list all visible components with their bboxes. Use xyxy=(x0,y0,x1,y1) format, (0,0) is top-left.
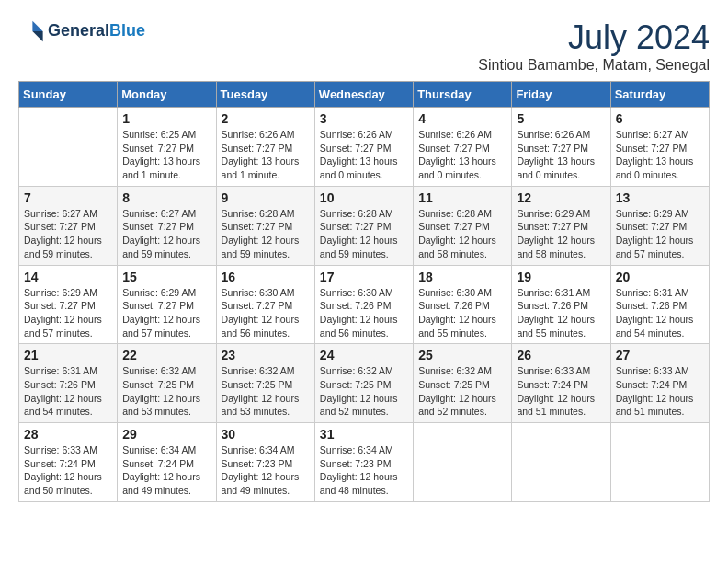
day-info: Sunrise: 6:25 AMSunset: 7:27 PMDaylight:… xyxy=(122,128,210,182)
calendar-cell: 27Sunrise: 6:33 AMSunset: 7:24 PMDayligh… xyxy=(610,344,709,423)
day-number: 18 xyxy=(418,270,506,284)
page-header: GeneralBlue July 2024 Sintiou Bamambe, M… xyxy=(18,18,710,74)
calendar-cell xyxy=(414,423,512,502)
calendar-week-3: 14Sunrise: 6:29 AMSunset: 7:27 PMDayligh… xyxy=(19,265,710,344)
day-number: 17 xyxy=(320,270,408,284)
calendar-cell: 8Sunrise: 6:27 AMSunset: 7:27 PMDaylight… xyxy=(118,186,216,265)
calendar-cell: 13Sunrise: 6:29 AMSunset: 7:27 PMDayligh… xyxy=(610,186,709,265)
calendar-cell: 2Sunrise: 6:26 AMSunset: 7:27 PMDaylight… xyxy=(216,108,314,187)
day-info: Sunrise: 6:33 AMSunset: 7:24 PMDaylight:… xyxy=(616,364,704,419)
calendar-cell: 7Sunrise: 6:27 AMSunset: 7:27 PMDaylight… xyxy=(19,186,118,265)
day-info: Sunrise: 6:31 AMSunset: 7:26 PMDaylight:… xyxy=(517,286,605,340)
calendar-cell: 25Sunrise: 6:32 AMSunset: 7:25 PMDayligh… xyxy=(414,344,512,423)
calendar-cell: 15Sunrise: 6:29 AMSunset: 7:27 PMDayligh… xyxy=(118,265,216,344)
calendar-week-2: 7Sunrise: 6:27 AMSunset: 7:27 PMDaylight… xyxy=(19,186,710,265)
calendar-cell: 22Sunrise: 6:32 AMSunset: 7:25 PMDayligh… xyxy=(118,344,216,423)
day-number: 13 xyxy=(616,190,704,205)
day-number: 25 xyxy=(418,348,506,362)
day-number: 1 xyxy=(122,111,210,126)
calendar-cell: 30Sunrise: 6:34 AMSunset: 7:23 PMDayligh… xyxy=(216,423,314,502)
calendar-header-row: SundayMondayTuesdayWednesdayThursdayFrid… xyxy=(19,82,710,108)
calendar-cell: 17Sunrise: 6:30 AMSunset: 7:26 PMDayligh… xyxy=(314,265,413,344)
day-number: 29 xyxy=(122,427,210,442)
svg-marker-0 xyxy=(32,21,42,31)
day-number: 12 xyxy=(517,190,605,205)
calendar-week-1: 1Sunrise: 6:25 AMSunset: 7:27 PMDaylight… xyxy=(19,108,710,187)
day-info: Sunrise: 6:34 AMSunset: 7:23 PMDaylight:… xyxy=(320,443,408,498)
calendar-cell: 5Sunrise: 6:26 AMSunset: 7:27 PMDaylight… xyxy=(512,108,610,187)
calendar-cell: 6Sunrise: 6:27 AMSunset: 7:27 PMDaylight… xyxy=(610,108,709,187)
day-number: 2 xyxy=(222,111,310,126)
day-number: 22 xyxy=(122,348,210,362)
day-number: 10 xyxy=(320,190,408,205)
day-info: Sunrise: 6:29 AMSunset: 7:27 PMDaylight:… xyxy=(517,207,605,261)
day-info: Sunrise: 6:26 AMSunset: 7:27 PMDaylight:… xyxy=(418,128,506,182)
day-number: 5 xyxy=(517,111,605,126)
calendar-cell: 10Sunrise: 6:28 AMSunset: 7:27 PMDayligh… xyxy=(314,186,413,265)
day-info: Sunrise: 6:29 AMSunset: 7:27 PMDaylight:… xyxy=(24,286,112,340)
calendar-cell: 23Sunrise: 6:32 AMSunset: 7:25 PMDayligh… xyxy=(216,344,314,423)
logo-icon xyxy=(18,18,44,44)
header-thursday: Thursday xyxy=(414,82,512,108)
day-info: Sunrise: 6:26 AMSunset: 7:27 PMDaylight:… xyxy=(320,128,408,182)
calendar-cell: 29Sunrise: 6:34 AMSunset: 7:24 PMDayligh… xyxy=(118,423,216,502)
header-sunday: Sunday xyxy=(19,82,118,108)
day-number: 31 xyxy=(320,427,408,442)
calendar-cell xyxy=(610,423,709,502)
day-number: 28 xyxy=(24,427,112,442)
day-info: Sunrise: 6:26 AMSunset: 7:27 PMDaylight:… xyxy=(517,128,605,182)
day-number: 30 xyxy=(222,427,310,442)
day-number: 8 xyxy=(122,190,210,205)
day-info: Sunrise: 6:33 AMSunset: 7:24 PMDaylight:… xyxy=(24,443,112,498)
day-info: Sunrise: 6:30 AMSunset: 7:26 PMDaylight:… xyxy=(418,286,506,340)
calendar-cell: 21Sunrise: 6:31 AMSunset: 7:26 PMDayligh… xyxy=(19,344,118,423)
calendar-cell xyxy=(19,108,118,187)
day-number: 23 xyxy=(222,348,310,362)
day-info: Sunrise: 6:27 AMSunset: 7:27 PMDaylight:… xyxy=(616,128,704,182)
day-number: 4 xyxy=(418,111,506,126)
day-number: 16 xyxy=(222,270,310,284)
calendar-cell: 14Sunrise: 6:29 AMSunset: 7:27 PMDayligh… xyxy=(19,265,118,344)
day-info: Sunrise: 6:30 AMSunset: 7:26 PMDaylight:… xyxy=(320,286,408,340)
day-number: 21 xyxy=(24,348,112,362)
calendar-cell: 4Sunrise: 6:26 AMSunset: 7:27 PMDaylight… xyxy=(414,108,512,187)
day-number: 6 xyxy=(616,111,704,126)
calendar-cell: 9Sunrise: 6:28 AMSunset: 7:27 PMDaylight… xyxy=(216,186,314,265)
calendar-week-5: 28Sunrise: 6:33 AMSunset: 7:24 PMDayligh… xyxy=(19,423,710,502)
day-info: Sunrise: 6:32 AMSunset: 7:25 PMDaylight:… xyxy=(320,364,408,419)
calendar-cell: 1Sunrise: 6:25 AMSunset: 7:27 PMDaylight… xyxy=(118,108,216,187)
svg-marker-1 xyxy=(32,31,42,41)
day-info: Sunrise: 6:31 AMSunset: 7:26 PMDaylight:… xyxy=(24,364,112,419)
day-info: Sunrise: 6:26 AMSunset: 7:27 PMDaylight:… xyxy=(222,128,310,182)
day-number: 7 xyxy=(24,190,112,205)
day-number: 26 xyxy=(517,348,605,362)
day-info: Sunrise: 6:27 AMSunset: 7:27 PMDaylight:… xyxy=(24,207,112,261)
day-number: 24 xyxy=(320,348,408,362)
day-info: Sunrise: 6:28 AMSunset: 7:27 PMDaylight:… xyxy=(320,207,408,261)
calendar-cell: 31Sunrise: 6:34 AMSunset: 7:23 PMDayligh… xyxy=(314,423,413,502)
calendar-cell: 26Sunrise: 6:33 AMSunset: 7:24 PMDayligh… xyxy=(512,344,610,423)
day-info: Sunrise: 6:33 AMSunset: 7:24 PMDaylight:… xyxy=(517,364,605,419)
calendar-cell: 12Sunrise: 6:29 AMSunset: 7:27 PMDayligh… xyxy=(512,186,610,265)
header-saturday: Saturday xyxy=(610,82,709,108)
calendar-cell xyxy=(512,423,610,502)
day-number: 27 xyxy=(616,348,704,362)
day-info: Sunrise: 6:27 AMSunset: 7:27 PMDaylight:… xyxy=(122,207,210,261)
calendar-week-4: 21Sunrise: 6:31 AMSunset: 7:26 PMDayligh… xyxy=(19,344,710,423)
calendar-table: SundayMondayTuesdayWednesdayThursdayFrid… xyxy=(18,81,710,502)
logo-blue: Blue xyxy=(109,21,145,40)
header-wednesday: Wednesday xyxy=(314,82,413,108)
day-info: Sunrise: 6:34 AMSunset: 7:23 PMDaylight:… xyxy=(222,443,310,498)
day-info: Sunrise: 6:32 AMSunset: 7:25 PMDaylight:… xyxy=(222,364,310,419)
day-info: Sunrise: 6:29 AMSunset: 7:27 PMDaylight:… xyxy=(616,207,704,261)
day-info: Sunrise: 6:32 AMSunset: 7:25 PMDaylight:… xyxy=(122,364,210,419)
day-number: 3 xyxy=(320,111,408,126)
day-info: Sunrise: 6:31 AMSunset: 7:26 PMDaylight:… xyxy=(616,286,704,340)
calendar-cell: 3Sunrise: 6:26 AMSunset: 7:27 PMDaylight… xyxy=(314,108,413,187)
day-info: Sunrise: 6:28 AMSunset: 7:27 PMDaylight:… xyxy=(418,207,506,261)
day-number: 20 xyxy=(616,270,704,284)
day-number: 11 xyxy=(418,190,506,205)
day-info: Sunrise: 6:30 AMSunset: 7:27 PMDaylight:… xyxy=(222,286,310,340)
logo-general: General xyxy=(48,21,109,40)
day-number: 9 xyxy=(222,190,310,205)
